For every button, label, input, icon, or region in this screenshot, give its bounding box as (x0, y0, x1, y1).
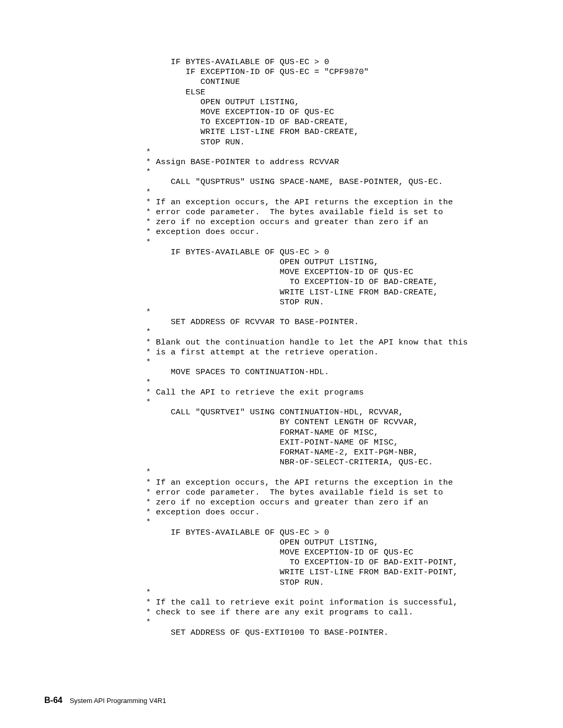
code-block: IF BYTES-AVAILABLE OF QUS-EC > 0 IF EXCE… (146, 57, 519, 638)
page-footer: B-64 System API Programming V4R1 (44, 696, 166, 705)
page-number: B-64 (44, 696, 63, 705)
footer-title: System API Programming V4R1 (70, 697, 166, 705)
